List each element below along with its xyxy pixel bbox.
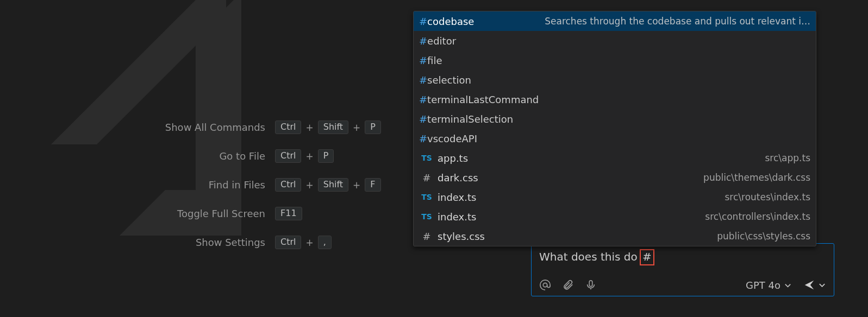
filepath: public\themes\dark.css bbox=[703, 172, 810, 183]
suggestion-file[interactable]: TSindex.tssrc\routes\index.ts bbox=[414, 187, 816, 207]
filepath: public\css\styles.css bbox=[717, 231, 810, 242]
suggestion-file[interactable]: #dark.csspublic\themes\dark.css bbox=[414, 168, 816, 187]
kbd-group: F11 bbox=[275, 207, 302, 220]
suggestion-tag-editor[interactable]: #editor bbox=[414, 31, 816, 50]
hash-icon: # bbox=[419, 16, 427, 27]
context-trigger-char: # bbox=[640, 249, 654, 265]
kbd-key: P bbox=[365, 121, 381, 134]
suggestion-label: editor bbox=[427, 35, 456, 47]
context-suggestion-popup[interactable]: #codebaseSearches through the codebase a… bbox=[413, 11, 816, 246]
suggestion-label: terminalSelection bbox=[427, 113, 513, 125]
model-label: GPT 4o bbox=[746, 280, 780, 291]
suggestion-file[interactable]: TSapp.tssrc\app.ts bbox=[414, 148, 816, 168]
filename: index.ts bbox=[438, 192, 476, 203]
plus-separator: + bbox=[305, 237, 313, 248]
kbd-key: Shift bbox=[318, 121, 348, 134]
kbd-key: Ctrl bbox=[275, 178, 301, 192]
kbd-key: Ctrl bbox=[275, 236, 301, 249]
welcome-row: Go to FileCtrl+P bbox=[0, 149, 391, 163]
kbd-group: Ctrl+Shift+P bbox=[275, 121, 381, 134]
hash-icon: # bbox=[419, 113, 427, 125]
plus-separator: + bbox=[353, 122, 360, 133]
chat-toolbar: GPT 4o bbox=[539, 278, 826, 291]
filepath: src\app.ts bbox=[765, 153, 810, 163]
welcome-label: Find in Files bbox=[0, 179, 265, 191]
chat-input-text: What does this do # bbox=[539, 250, 654, 263]
filepath: src\routes\index.ts bbox=[725, 192, 810, 202]
suggestion-label: terminalLastCommand bbox=[427, 94, 539, 105]
welcome-label: Toggle Full Screen bbox=[0, 208, 265, 219]
plus-separator: + bbox=[305, 180, 313, 191]
welcome-label: Show Settings bbox=[0, 237, 265, 248]
send-button[interactable] bbox=[803, 279, 826, 291]
filepath: src\controllers\index.ts bbox=[705, 211, 810, 222]
kbd-key: Shift bbox=[318, 178, 348, 192]
kbd-key: Ctrl bbox=[275, 121, 301, 134]
plus-separator: + bbox=[305, 122, 313, 133]
welcome-shortcuts: Show All CommandsCtrl+Shift+PGo to FileC… bbox=[0, 121, 391, 249]
chevron-down-icon bbox=[784, 281, 792, 289]
filename: dark.css bbox=[438, 172, 478, 183]
svg-rect-1 bbox=[589, 281, 592, 287]
microphone-icon[interactable] bbox=[585, 278, 597, 291]
kbd-key: Ctrl bbox=[275, 149, 301, 163]
suggestion-label: codebase bbox=[427, 16, 474, 27]
typescript-file-icon: TS bbox=[419, 154, 434, 162]
kbd-key: F bbox=[365, 178, 380, 192]
attach-icon[interactable] bbox=[562, 278, 574, 291]
kbd-key: P bbox=[318, 149, 334, 163]
hash-icon: # bbox=[419, 55, 427, 66]
chat-input-panel: What does this do # GPT 4o bbox=[531, 243, 834, 296]
suggestion-tag-codebase[interactable]: #codebaseSearches through the codebase a… bbox=[414, 11, 816, 31]
filename: app.ts bbox=[438, 153, 468, 164]
welcome-label: Go to File bbox=[0, 150, 265, 162]
kbd-group: Ctrl+P bbox=[275, 149, 334, 163]
welcome-row: Show All CommandsCtrl+Shift+P bbox=[0, 121, 391, 134]
hash-icon: # bbox=[419, 35, 427, 47]
suggestion-description: Searches through the codebase and pulls … bbox=[545, 16, 810, 27]
chat-input[interactable]: What does this do # bbox=[539, 249, 826, 278]
welcome-label: Show All Commands bbox=[0, 122, 265, 133]
kbd-key: , bbox=[318, 236, 332, 249]
css-file-icon: # bbox=[419, 172, 434, 183]
suggestion-label: vscodeAPI bbox=[427, 133, 477, 144]
typescript-file-icon: TS bbox=[419, 193, 434, 201]
hash-icon: # bbox=[419, 74, 427, 86]
welcome-row: Find in FilesCtrl+Shift+F bbox=[0, 178, 391, 192]
typescript-file-icon: TS bbox=[419, 212, 434, 221]
suggestion-tag-terminalLastCommand[interactable]: #terminalLastCommand bbox=[414, 90, 816, 109]
kbd-group: Ctrl+, bbox=[275, 236, 332, 249]
suggestion-file[interactable]: TSindex.tssrc\controllers\index.ts bbox=[414, 207, 816, 226]
suggestion-tag-selection[interactable]: #selection bbox=[414, 70, 816, 90]
at-mention-icon[interactable] bbox=[539, 278, 551, 291]
hash-icon: # bbox=[419, 94, 427, 105]
suggestion-tag-file[interactable]: #file bbox=[414, 50, 816, 70]
suggestion-label: selection bbox=[427, 74, 471, 86]
plus-separator: + bbox=[305, 151, 313, 162]
welcome-row: Toggle Full ScreenF11 bbox=[0, 207, 391, 220]
suggestion-tag-vscodeAPI[interactable]: #vscodeAPI bbox=[414, 129, 816, 148]
css-file-icon: # bbox=[419, 231, 434, 242]
kbd-group: Ctrl+Shift+F bbox=[275, 178, 381, 192]
filename: styles.css bbox=[438, 231, 485, 242]
filename: index.ts bbox=[438, 211, 476, 223]
plus-separator: + bbox=[353, 180, 360, 191]
suggestion-file[interactable]: #styles.csspublic\css\styles.css bbox=[414, 226, 816, 246]
hash-icon: # bbox=[419, 133, 427, 144]
kbd-key: F11 bbox=[275, 207, 302, 220]
suggestion-label: file bbox=[427, 55, 442, 66]
chevron-down-icon bbox=[818, 279, 826, 291]
welcome-row: Show SettingsCtrl+, bbox=[0, 236, 391, 249]
suggestion-tag-terminalSelection[interactable]: #terminalSelection bbox=[414, 109, 816, 129]
svg-point-0 bbox=[543, 283, 547, 287]
model-picker[interactable]: GPT 4o bbox=[746, 280, 792, 291]
